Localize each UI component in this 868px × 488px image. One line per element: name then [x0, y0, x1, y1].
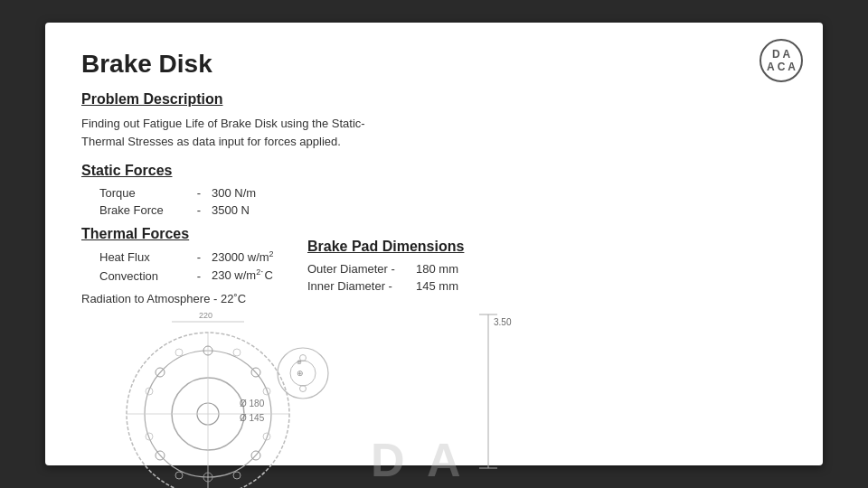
svg-point-16: [175, 472, 183, 479]
convection-dash: -: [190, 269, 208, 283]
logo-line1: D A: [772, 48, 790, 61]
heat-flux-value: 23000 w/m2: [212, 249, 274, 264]
page-title: Brake Disk: [81, 50, 787, 79]
brake-force-value: 3500 N: [212, 203, 250, 217]
torque-value: 300 N/m: [212, 186, 256, 200]
logo-line2: A C A: [767, 61, 796, 73]
heat-flux-label: Heat Flux: [99, 250, 190, 264]
inner-diameter-value: 145 mm: [416, 279, 458, 293]
static-forces-group: Static Forces Torque - 300 N/m Brake For…: [81, 163, 389, 217]
outer-diameter-row: Outer Diameter - 180 mm: [307, 262, 515, 276]
brake-force-dash: -: [190, 203, 208, 217]
static-forces-heading: Static Forces: [81, 163, 389, 179]
convection-value: 230 w/m2˙C: [212, 267, 273, 282]
dimension-drawing: 3.50: [461, 305, 515, 486]
convection-label: Convection: [99, 269, 190, 283]
svg-point-19: [175, 349, 183, 356]
outer-diameter-label: Outer Diameter -: [307, 262, 416, 276]
problem-description-text: Finding out Fatigue Life of Brake Disk u…: [81, 115, 389, 150]
inner-diameter-row: Inner Diameter - 145 mm: [307, 279, 515, 293]
svg-text:⊕: ⊕: [297, 359, 302, 365]
outer-diameter-value: 180 mm: [416, 262, 458, 276]
technical-drawing: Ø 180 Ø 145 ⊕ ⊕ 220: [108, 305, 344, 488]
logo: D A A C A: [760, 39, 803, 82]
svg-point-12: [233, 349, 241, 356]
watermark-line1: D A: [371, 432, 467, 488]
svg-point-15: [233, 472, 241, 479]
brake-force-row: Brake Force - 3500 N: [81, 203, 389, 217]
svg-text:3.50: 3.50: [494, 317, 512, 327]
svg-text:⊕: ⊕: [297, 369, 304, 378]
slide: D A A C A Brake Disk Problem Description…: [45, 23, 823, 465]
brake-pad-section: Brake Pad Dimensions Outer Diameter - 18…: [307, 239, 515, 296]
svg-point-25: [300, 385, 307, 391]
torque-row: Torque - 300 N/m: [81, 186, 389, 200]
svg-text:Ø 145: Ø 145: [240, 413, 265, 423]
inner-diameter-label: Inner Diameter -: [307, 279, 416, 293]
torque-label: Torque: [99, 186, 190, 200]
torque-dash: -: [190, 186, 208, 200]
svg-text:Ø 180: Ø 180: [240, 399, 265, 408]
brake-force-label: Brake Force: [99, 203, 190, 217]
watermark: D A C A: [371, 432, 467, 488]
brake-pad-heading: Brake Pad Dimensions: [307, 239, 515, 255]
heat-flux-dash: -: [190, 250, 208, 264]
svg-text:220: 220: [199, 311, 212, 320]
problem-description-heading: Problem Description: [81, 91, 389, 108]
